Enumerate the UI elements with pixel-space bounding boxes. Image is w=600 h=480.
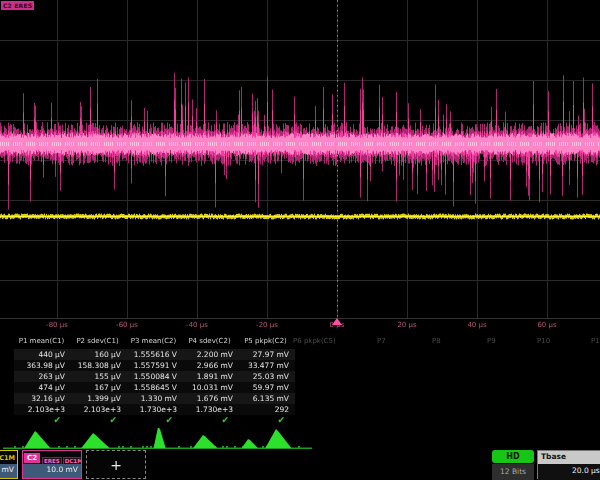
c1-descriptor-header: C1 DC1M	[0, 451, 17, 464]
status-ok-checkmark-icon: ✔	[126, 415, 181, 426]
measurement-column-header-unused[interactable]: P7	[377, 337, 386, 345]
measurement-column-header[interactable]: P2 sdev(C1)	[70, 336, 125, 347]
waveform-display[interactable]	[0, 0, 600, 318]
measurement-value-cell: 292	[238, 404, 293, 415]
measurement-value-cell: 1.891 mV	[182, 371, 237, 382]
time-axis-label: -80 µs	[46, 321, 68, 329]
table-row: ✔✔✔✔✔	[14, 415, 295, 426]
measurement-value-cell: 440 µV	[14, 349, 69, 360]
time-axis: -100 µs-80 µs-60 µs-40 µs-20 µs0 µs20 µs…	[0, 317, 600, 334]
measurement-value-cell: 363.98 µV	[14, 360, 69, 371]
measurement-value-cell: 1.676 mV	[182, 393, 237, 404]
measurement-value-cell: 167 µV	[70, 382, 125, 393]
hd-bits-label: 12 Bits	[492, 464, 534, 480]
hd-mode-indicator[interactable]: HD 12 Bits	[492, 450, 534, 480]
table-row: 2.103e+32.103e+31.730e+31.730e+3292	[14, 404, 295, 415]
timebase-title: Tbase	[538, 451, 600, 464]
measurement-value-cell: 1.330 mV	[126, 393, 181, 404]
measurement-column-header[interactable]: P5 pkpk(C2)	[238, 336, 293, 347]
measurement-value-cell: 474 µV	[14, 382, 69, 393]
time-axis-label: -20 µs	[256, 321, 278, 329]
measurement-column-header-unused[interactable]: P8	[432, 337, 441, 345]
timebase-descriptor[interactable]: Tbase 20.0 µs	[537, 450, 600, 479]
measurement-value-cell: 25.03 mV	[238, 371, 293, 382]
trace-annotation-badge: C2 ERES	[1, 1, 34, 10]
measurement-value-cell: 160 µV	[70, 349, 125, 360]
add-trace-button[interactable]: +	[86, 450, 146, 479]
channel-descriptor-c2[interactable]: C2 ERESDC1M 10.0 mV	[22, 450, 82, 479]
c2-processing-badges: ERESDC1M	[41, 451, 81, 464]
measurement-value-cell: 2.200 mV	[182, 349, 237, 360]
table-row: 363.98 µV158.308 µV1.557591 V2.966 mV33.…	[14, 360, 295, 371]
timebase-value: 20.0 µs	[538, 464, 600, 480]
measurement-value-cell: 2.103e+3	[14, 404, 69, 415]
table-row: 32.16 µV1.399 µV1.330 mV1.676 mV6.135 mV	[14, 393, 295, 404]
status-ok-checkmark-icon: ✔	[238, 415, 293, 426]
table-row: 440 µV160 µV1.555616 V2.200 mV27.97 mV	[14, 349, 295, 360]
measurement-value-cell: 10.031 mV	[182, 382, 237, 393]
c2-vdiv-value: 10.0 mV	[23, 464, 81, 478]
measurement-column-header[interactable]: P4 sdev(C2)	[182, 336, 237, 347]
c1-vdiv-value: 10.0 mV	[0, 464, 17, 478]
measurement-value-cell: 1.550084 V	[126, 371, 181, 382]
c2-channel-chip: C2	[24, 453, 40, 463]
measurement-value-cell: 1.557591 V	[126, 360, 181, 371]
measurement-column-header-unused[interactable]: P11	[591, 337, 600, 345]
trigger-position-marker[interactable]	[332, 318, 342, 325]
measurement-value-cell: 33.477 mV	[238, 360, 293, 371]
scope-screen: C2 ERES -100 µs-80 µs-60 µs-40 µs-20 µs0…	[0, 0, 600, 480]
time-axis-label: 20 µs	[397, 321, 416, 329]
channel-descriptor-c1[interactable]: C1 DC1M 10.0 mV	[0, 450, 18, 479]
status-ok-checkmark-icon: ✔	[14, 415, 69, 426]
measurement-value-cell: 1.730e+3	[126, 404, 181, 415]
time-axis-label: -60 µs	[116, 321, 138, 329]
plus-icon: +	[110, 458, 122, 472]
measurement-value-cell: 27.97 mV	[238, 349, 293, 360]
status-ok-checkmark-icon: ✔	[182, 415, 237, 426]
measurement-column-header-unused[interactable]: P10	[537, 337, 550, 345]
measurement-column-header[interactable]: P3 mean(C2)	[126, 336, 181, 347]
time-axis-label: 60 µs	[537, 321, 556, 329]
measurement-column-header[interactable]: P1 mean(C1)	[14, 336, 69, 347]
c2-badge-eres: ERES	[42, 457, 62, 464]
measurement-value-cell: 1.399 µV	[70, 393, 125, 404]
measurement-value-cell: 155 µV	[70, 371, 125, 382]
c2-descriptor-header: C2 ERESDC1M	[23, 451, 81, 464]
table-row: 474 µV167 µV1.558645 V10.031 mV59.97 mV	[14, 382, 295, 393]
measurement-value-cell: 158.308 µV	[70, 360, 125, 371]
measurement-value-cell: 1.555616 V	[126, 349, 181, 360]
measurement-value-cell: 263 µV	[14, 371, 69, 382]
table-row: 263 µV155 µV1.550084 V1.891 mV25.03 mV	[14, 371, 295, 382]
histogram-trace	[0, 428, 600, 452]
time-axis-label: -40 µs	[186, 321, 208, 329]
measurement-value-cell: 6.135 mV	[238, 393, 293, 404]
c2-badge-dc1m: DC1M	[63, 457, 81, 464]
measurement-value-cell: 32.16 µV	[14, 393, 69, 404]
measurement-column-header-unused[interactable]: P9	[487, 337, 496, 345]
hd-badge: HD	[492, 450, 534, 463]
measurement-value-cell: 1.730e+3	[182, 404, 237, 415]
table-row: P1 mean(C1)P2 sdev(C1)P3 mean(C2)P4 sdev…	[14, 336, 295, 347]
measurement-value-cell: 2.966 mV	[182, 360, 237, 371]
measurement-value-cell: 59.97 mV	[238, 382, 293, 393]
c1-coupling-label: DC1M	[0, 454, 15, 462]
time-axis-label: 40 µs	[467, 321, 486, 329]
measurement-value-cell: 1.558645 V	[126, 382, 181, 393]
trace-annotation-label: C2 ERES	[3, 2, 32, 9]
status-ok-checkmark-icon: ✔	[70, 415, 125, 426]
measurement-value-cell: 2.103e+3	[70, 404, 125, 415]
measurement-table: P1 mean(C1)P2 sdev(C1)P3 mean(C2)P4 sdev…	[0, 336, 600, 428]
measurement-column-header-unused[interactable]: P6 pkpk(C5)	[293, 337, 336, 345]
